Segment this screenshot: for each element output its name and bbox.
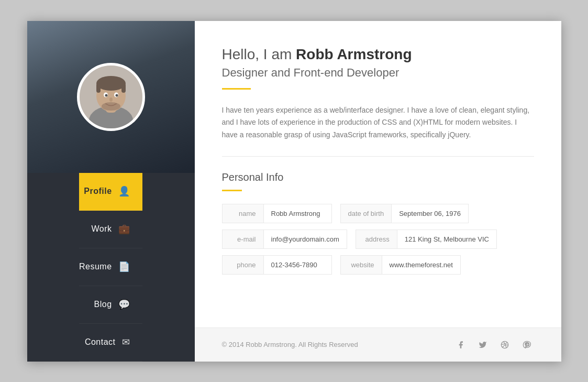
work-icon: 💼 <box>118 223 130 235</box>
info-cell: e-mailinfo@yourdomain.com <box>222 230 347 249</box>
info-label-e-mail: e-mail <box>222 230 264 249</box>
resume-icon: 📄 <box>118 261 130 272</box>
svg-point-10 <box>115 94 118 96</box>
info-value-phone: 012-3456-7890 <box>264 255 332 275</box>
profile-label: Profile <box>84 187 112 196</box>
info-value-date-of-birth: September 06, 1976 <box>392 204 469 223</box>
info-cell: address121 King St, Melbourne VIC <box>356 230 497 249</box>
info-cell: date of birthSeptember 06, 1976 <box>340 204 469 223</box>
nav-menu: Profile 👤 Work 💼 Resume 📄 Blog 💬 Contact… <box>79 173 142 362</box>
sidebar: Profile 👤 Work 💼 Resume 📄 Blog 💬 Contact… <box>27 21 195 362</box>
info-label-website: website <box>340 255 382 275</box>
info-value-address: 121 King St, Melbourne VIC <box>397 230 497 249</box>
sidebar-item-blog[interactable]: Blog 💬 <box>79 286 142 324</box>
yellow-bar-small <box>222 190 242 191</box>
bio-text: I have ten years experience as a web/int… <box>222 104 534 141</box>
app-container: Profile 👤 Work 💼 Resume 📄 Blog 💬 Contact… <box>27 21 561 362</box>
twitter-icon[interactable] <box>475 337 490 352</box>
sidebar-item-resume[interactable]: Resume 📄 <box>79 248 142 286</box>
info-grid: nameRobb Armstrongdate of birthSeptember… <box>222 204 534 275</box>
sidebar-item-contact[interactable]: Contact ✉ <box>79 324 142 362</box>
facebook-icon[interactable] <box>453 337 468 352</box>
info-value-website: www.themeforest.net <box>382 255 461 275</box>
svg-rect-5 <box>96 83 101 93</box>
pinterest-icon[interactable] <box>519 337 534 352</box>
info-row: nameRobb Armstrongdate of birthSeptember… <box>222 204 534 223</box>
info-label-date-of-birth: date of birth <box>340 204 392 223</box>
greeting-prefix: Hello, I am <box>222 46 296 62</box>
info-value-e-mail: info@yourdomain.com <box>264 230 347 249</box>
svg-point-12 <box>102 102 120 111</box>
svg-point-4 <box>96 76 126 91</box>
main-content: Hello, I am Robb Armstrong Designer and … <box>195 21 561 328</box>
footer-copy: © 2014 Robb Armstrong. All Rights Reserv… <box>222 341 358 348</box>
greeting: Hello, I am Robb Armstrong <box>222 46 534 63</box>
info-cell: phone012-3456-7890 <box>222 255 332 275</box>
divider <box>222 156 534 157</box>
contact-icon: ✉ <box>122 336 130 348</box>
sidebar-item-profile[interactable]: Profile 👤 <box>79 173 142 211</box>
blog-label: Blog <box>94 300 112 309</box>
sidebar-item-work[interactable]: Work 💼 <box>79 211 142 248</box>
info-row: phone012-3456-7890websitewww.themeforest… <box>222 255 534 275</box>
name-bold: Robb Armstrong <box>296 46 412 62</box>
main-footer: © 2014 Robb Armstrong. All Rights Reserv… <box>195 328 561 362</box>
info-value-name: Robb Armstrong <box>264 204 332 223</box>
info-label-name: name <box>222 204 264 223</box>
svg-point-11 <box>109 97 113 102</box>
profile-icon: 👤 <box>118 185 130 197</box>
subtitle: Designer and Front-end Developer <box>222 66 534 80</box>
work-label: Work <box>91 224 112 234</box>
dribbble-icon[interactable] <box>497 337 512 352</box>
info-cell: nameRobb Armstrong <box>222 204 332 223</box>
yellow-bar <box>222 88 251 90</box>
svg-rect-6 <box>121 83 126 93</box>
resume-label: Resume <box>79 262 112 271</box>
section-title: Personal Info <box>222 171 534 183</box>
info-cell: websitewww.themeforest.net <box>340 255 461 275</box>
info-label-address: address <box>356 230 397 249</box>
info-row: e-mailinfo@yourdomain.comaddress121 King… <box>222 230 534 249</box>
svg-point-9 <box>105 94 107 96</box>
blog-icon: 💬 <box>118 299 130 310</box>
avatar <box>77 63 145 131</box>
main-panel: Hello, I am Robb Armstrong Designer and … <box>195 21 561 362</box>
footer-icons <box>453 337 534 352</box>
contact-label: Contact <box>85 337 116 347</box>
info-label-phone: phone <box>222 255 264 275</box>
sidebar-photo-area <box>27 21 195 173</box>
